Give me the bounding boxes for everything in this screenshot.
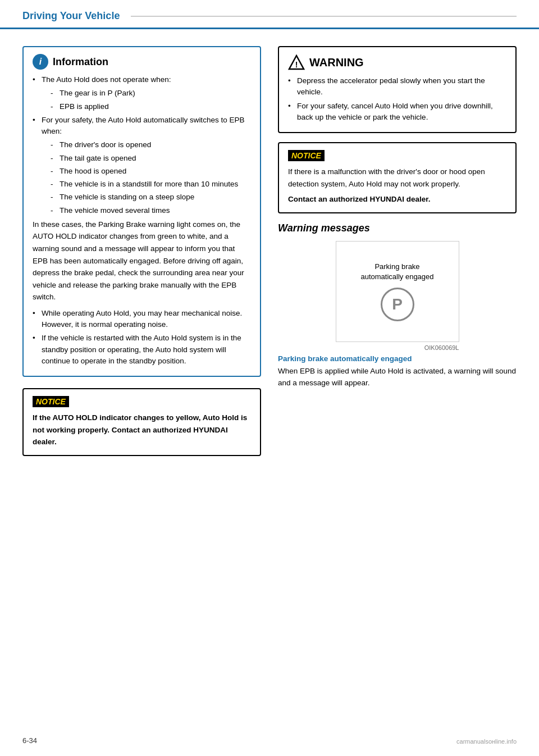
sub-item-hood: The hood is opened — [48, 166, 251, 177]
information-box: i Information The Auto Hold does not ope… — [22, 46, 261, 377]
parking-brake-desc: When EPB is applied while Auto Hold is a… — [278, 365, 517, 389]
parking-brake-figure: Parking brake automatically engaged P OI… — [278, 241, 517, 354]
sub-item-tail-gate: The tail gate is opened — [48, 153, 251, 164]
notice-text-right-2: Contact an authorized HYUNDAI dealer. — [288, 193, 506, 206]
warning-bullet-list: Depress the accelerator pedal slowly whe… — [288, 75, 506, 123]
warning-header: ! WARNING — [288, 54, 506, 71]
warning-messages-section: Warning messages Parking brake automatic… — [278, 222, 517, 389]
info-title: Information — [53, 56, 108, 68]
info-bullet-list: The Auto Hold does not operate when: The… — [33, 74, 251, 216]
sub-item-driver-door: The driver's door is opened — [48, 139, 251, 151]
info-bullet-3: While operating Auto Hold, you may hear … — [33, 308, 251, 331]
warning-title: WARNING — [309, 56, 364, 69]
right-column: ! WARNING Depress the accelerator pedal … — [278, 46, 517, 465]
info-header: i Information — [33, 54, 251, 70]
notice-box-right: NOTICE If there is a malfunction with th… — [278, 142, 517, 213]
main-content: i Information The Auto Hold does not ope… — [0, 29, 539, 476]
info-sub-list-2: The driver's door is opened The tail gat… — [48, 139, 251, 216]
sub-item-park: The gear is in P (Park) — [48, 88, 251, 99]
sub-item-standstill: The vehicle is in a standstill for more … — [48, 179, 251, 190]
info-bullet-1: The Auto Hold does not operate when: The… — [33, 74, 251, 112]
info-icon: i — [33, 54, 48, 70]
notice-label-right: NOTICE — [288, 150, 325, 161]
left-column: i Information The Auto Hold does not ope… — [22, 46, 261, 465]
warning-messages-title: Warning messages — [278, 222, 517, 234]
notice-box-left: NOTICE If the AUTO HOLD indicator change… — [22, 388, 261, 456]
notice-text-left: If the AUTO HOLD indicator changes to ye… — [33, 412, 251, 448]
page-title: Driving Your Vehicle — [22, 10, 120, 22]
parking-brake-image: Parking brake automatically engaged P — [336, 241, 459, 342]
svg-text:!: ! — [295, 60, 298, 69]
image-code: OIK060069L — [336, 344, 459, 351]
page-footer: 6-34 — [22, 736, 37, 745]
parking-brake-image-text: Parking brake automatically engaged — [360, 262, 433, 282]
info-bullet-4: If the vehicle is restarted with the Aut… — [33, 333, 251, 367]
warning-bullet-1: Depress the accelerator pedal slowly whe… — [288, 75, 506, 98]
notice-label-left: NOTICE — [33, 396, 69, 407]
sub-item-moved: The vehicle moved several times — [48, 205, 251, 216]
info-bullet-2: For your safety, the Auto Hold automatic… — [33, 115, 251, 216]
parking-brake-label: Parking brake automatically engaged — [278, 354, 517, 363]
info-sub-list-1: The gear is in P (Park) EPB is applied — [48, 88, 251, 112]
page-number: 6-34 — [22, 736, 37, 745]
sub-item-steep-slope: The vehicle is standing on a steep slope — [48, 192, 251, 203]
notice-text-right-1: If there is a malfunction with the drive… — [288, 166, 506, 190]
info-bullet-list-2: While operating Auto Hold, you may hear … — [33, 308, 251, 367]
sub-item-epb: EPB is applied — [48, 101, 251, 112]
warning-bullet-2: For your safety, cancel Auto Hold when y… — [288, 101, 506, 124]
warning-triangle-icon: ! — [288, 54, 305, 71]
header-divider — [131, 16, 517, 17]
watermark: carmanualsонline.info — [456, 738, 517, 745]
info-paragraph: In these cases, the Parking Brake warnin… — [33, 218, 251, 303]
page-header: Driving Your Vehicle — [0, 0, 539, 29]
parking-p-circle: P — [381, 288, 414, 321]
warning-box: ! WARNING Depress the accelerator pedal … — [278, 46, 517, 133]
